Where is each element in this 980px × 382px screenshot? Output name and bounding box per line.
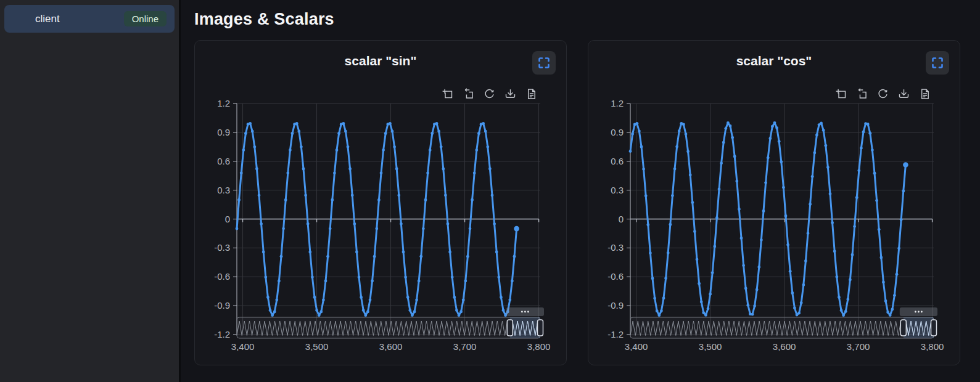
data-point bbox=[406, 296, 410, 299]
data-point bbox=[667, 251, 670, 254]
data-point bbox=[253, 145, 256, 148]
data-point bbox=[291, 132, 294, 135]
sidebar-item-client[interactable]: client Online bbox=[4, 5, 175, 33]
data-point bbox=[651, 277, 654, 280]
datazoom-handle-left[interactable] bbox=[900, 320, 906, 336]
data-point bbox=[868, 132, 871, 135]
restore-icon[interactable] bbox=[483, 87, 496, 100]
data-point bbox=[237, 198, 241, 201]
data-point bbox=[353, 222, 356, 226]
data-point bbox=[459, 311, 463, 314]
fullscreen-button[interactable] bbox=[926, 51, 949, 75]
data-point bbox=[437, 130, 440, 133]
y-axis-label: 0.3 bbox=[217, 185, 230, 195]
status-badge: Online bbox=[124, 11, 167, 26]
data-point bbox=[707, 307, 710, 311]
data-point bbox=[800, 301, 803, 304]
data-point bbox=[855, 196, 859, 199]
data-point bbox=[236, 227, 239, 230]
data-point bbox=[709, 293, 712, 296]
data-point bbox=[424, 198, 427, 201]
data-point bbox=[664, 277, 667, 280]
data-point bbox=[511, 280, 514, 283]
data-point bbox=[255, 168, 258, 171]
zoom-reset-icon[interactable] bbox=[855, 87, 868, 100]
data-point bbox=[297, 130, 300, 133]
data-point bbox=[473, 171, 476, 174]
data-point bbox=[419, 255, 422, 258]
data-point bbox=[315, 309, 318, 312]
data-point bbox=[793, 307, 796, 310]
data-point bbox=[842, 314, 845, 317]
data-point bbox=[789, 270, 792, 273]
data-view-icon[interactable] bbox=[918, 87, 931, 100]
chart-cards-row: scalar "sin" bbox=[194, 40, 980, 365]
data-point bbox=[653, 297, 656, 300]
box-zoom-icon[interactable] bbox=[834, 87, 847, 100]
restore-icon[interactable] bbox=[876, 87, 889, 100]
sin-line-chart[interactable]: 1.20.90.60.30-0.3-0.6-0.9-1.23,4003,5003… bbox=[195, 83, 566, 366]
data-point bbox=[393, 145, 396, 148]
data-point bbox=[435, 122, 439, 125]
data-point bbox=[440, 145, 443, 148]
data-point bbox=[344, 130, 347, 133]
data-point bbox=[791, 291, 794, 295]
data-point bbox=[860, 147, 863, 150]
download-icon[interactable] bbox=[504, 87, 517, 100]
datazoom-handle-left[interactable] bbox=[507, 320, 513, 336]
data-point bbox=[882, 281, 885, 284]
zoom-reset-icon[interactable] bbox=[462, 87, 475, 100]
data-point bbox=[373, 255, 376, 258]
data-point bbox=[313, 296, 316, 299]
data-point bbox=[784, 214, 788, 217]
data-point bbox=[264, 275, 267, 278]
data-point bbox=[348, 168, 352, 171]
datazoom-handle-right[interactable] bbox=[538, 320, 543, 336]
data-point bbox=[304, 194, 307, 197]
box-zoom-icon[interactable] bbox=[441, 87, 454, 100]
data-point bbox=[782, 186, 785, 189]
latest-data-point bbox=[903, 162, 908, 168]
sidebar: client Online bbox=[0, 0, 181, 382]
data-point bbox=[295, 122, 299, 125]
data-point bbox=[318, 314, 321, 317]
data-point bbox=[682, 123, 685, 126]
data-point bbox=[897, 247, 900, 250]
data-point bbox=[418, 280, 421, 283]
data-point bbox=[500, 296, 503, 299]
data-point bbox=[822, 129, 825, 132]
chart-card-cos: scalar "cos" bbox=[588, 40, 960, 365]
x-axis-label: 3,500 bbox=[305, 341, 329, 352]
data-point bbox=[815, 134, 818, 137]
data-point bbox=[244, 132, 247, 135]
data-point bbox=[271, 314, 274, 317]
data-point bbox=[833, 250, 836, 253]
fullscreen-button[interactable] bbox=[532, 51, 556, 75]
data-point bbox=[751, 313, 754, 316]
data-point bbox=[757, 266, 760, 269]
data-point bbox=[704, 314, 707, 317]
data-point bbox=[804, 259, 807, 262]
data-point bbox=[462, 298, 465, 301]
data-point bbox=[873, 172, 876, 175]
data-point bbox=[838, 296, 841, 299]
cos-line-chart[interactable]: 1.20.90.60.30-0.3-0.6-0.9-1.23,4003,5003… bbox=[588, 83, 960, 366]
data-point bbox=[669, 223, 672, 226]
data-point bbox=[891, 308, 894, 311]
y-axis-label: 0.3 bbox=[611, 185, 624, 195]
data-point bbox=[382, 148, 385, 152]
data-point bbox=[735, 180, 738, 183]
data-point bbox=[771, 125, 774, 128]
data-point bbox=[711, 271, 714, 274]
data-point bbox=[426, 171, 429, 174]
data-point bbox=[840, 309, 843, 312]
data-point bbox=[495, 251, 498, 254]
data-point bbox=[768, 137, 772, 140]
data-point bbox=[900, 218, 903, 221]
download-icon[interactable] bbox=[897, 87, 910, 100]
data-point bbox=[282, 227, 285, 230]
data-view-icon[interactable] bbox=[525, 87, 538, 100]
datazoom-handle-right[interactable] bbox=[931, 320, 937, 336]
chart-card-sin: scalar "sin" bbox=[194, 40, 567, 365]
data-point bbox=[442, 168, 445, 171]
